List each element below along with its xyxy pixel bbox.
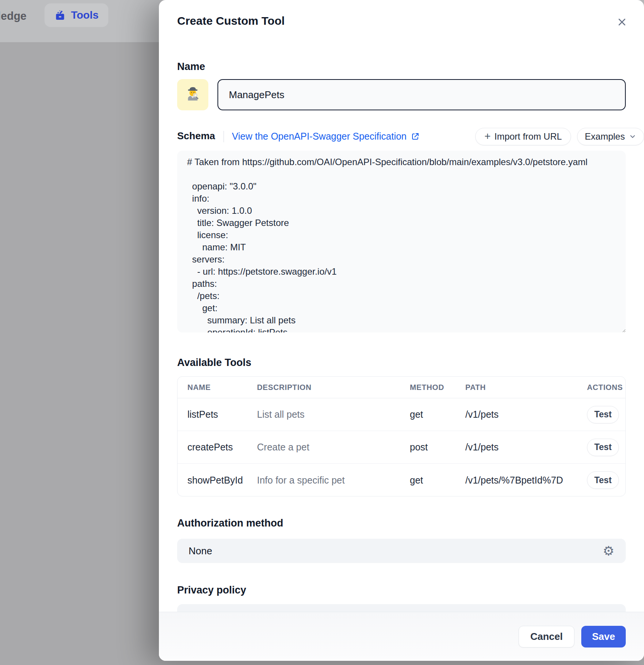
save-button[interactable]: Save [581,626,626,648]
test-button[interactable]: Test [587,406,619,423]
openapi-spec-link[interactable]: View the OpenAPI-Swagger Specification [232,131,420,142]
tool-name-input[interactable] [217,79,626,110]
table-row: showPetById Info for a specific pet get … [178,464,625,496]
import-from-url-button[interactable]: + Import from URL [475,128,571,145]
chevron-down-icon [629,133,636,140]
test-button[interactable]: Test [587,471,619,489]
close-icon[interactable] [615,15,629,29]
schema-header-row: Schema View the OpenAPI-Swagger Specific… [177,128,626,145]
modal-footer: Cancel Save [159,612,644,661]
tool-path: /v1/pets [465,442,587,453]
modal-title: Create Custom Tool [177,14,285,27]
column-header-description: DESCRIPTION [257,383,410,392]
cancel-button[interactable]: Cancel [519,626,574,648]
tool-name: listPets [187,409,257,420]
divider [224,131,224,142]
tool-method: post [410,442,465,453]
tool-description: List all pets [257,409,410,420]
column-header-name: NAME [187,383,257,392]
test-button[interactable]: Test [587,439,619,456]
privacy-policy-heading: Privacy policy [177,584,246,596]
gear-icon[interactable]: ⚙ [603,544,614,557]
tool-description: Info for a specific pet [257,475,410,486]
available-tools-table: NAME DESCRIPTION METHOD PATH ACTIONS lis… [177,376,626,496]
tool-path: /v1/pets/%7BpetId%7D [465,475,587,486]
import-from-url-label: Import from URL [494,131,562,142]
tool-name: createPets [187,442,257,453]
tab-tools-label: Tools [71,9,99,21]
tool-description: Create a pet [257,442,410,453]
plus-icon: + [484,131,490,142]
external-link-icon [411,132,420,141]
tab-tools[interactable]: Tools [44,3,108,27]
schema-editor-textarea[interactable] [177,151,626,332]
column-header-method: METHOD [410,383,465,392]
tool-name: showPetById [187,475,257,486]
table-header-row: NAME DESCRIPTION METHOD PATH ACTIONS [178,377,625,398]
tool-path: /v1/pets [465,409,587,420]
available-tools-heading: Available Tools [177,357,251,369]
tool-method: get [410,409,465,420]
examples-label: Examples [585,131,625,142]
schema-section-heading: Schema [177,130,215,142]
authorization-method-value: None [189,545,603,557]
column-header-actions: ACTIONS [587,383,623,392]
name-section-heading: Name [177,61,205,73]
toolbox-sparkle-icon [54,10,66,21]
authorization-method-heading: Authorization method [177,517,283,529]
openapi-spec-link-label: View the OpenAPI-Swagger Specification [232,131,407,142]
table-row: createPets Create a pet post /v1/pets Te… [178,431,625,464]
column-header-path: PATH [465,383,587,392]
table-row: listPets List all pets get /v1/pets Test [178,398,625,431]
nav-item-knowledge-partial[interactable]: ledge [0,10,27,22]
create-custom-tool-modal: Create Custom Tool Name Schema [159,0,644,661]
detective-emoji [184,86,201,103]
authorization-method-field[interactable]: None ⚙ [177,539,626,563]
examples-dropdown-button[interactable]: Examples [577,128,644,145]
tool-method: get [410,475,465,486]
tool-avatar-picker[interactable] [177,79,208,110]
